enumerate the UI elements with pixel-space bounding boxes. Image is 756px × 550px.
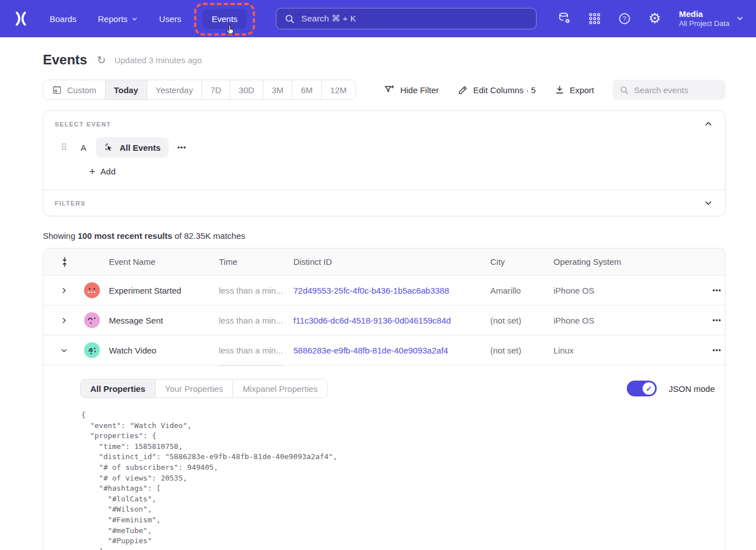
column-header-os: Operating System (553, 257, 672, 267)
time-cell: less than a min... (219, 286, 293, 295)
data-management-icon[interactable] (558, 12, 572, 25)
event-detail-panel: All Properties Your Properties Mixpanel … (43, 365, 725, 550)
event-row-letter: A (81, 143, 86, 152)
date-range-control: Custom Today Yesterday 7D 30D 3M 6M 12M (43, 80, 356, 100)
date-range-6m[interactable]: 6M (292, 80, 321, 99)
chevron-right-icon[interactable] (60, 317, 68, 324)
column-header-distinct-id: Distinct ID (293, 257, 490, 267)
tab-all-properties[interactable]: All Properties (81, 379, 155, 398)
edit-columns-button[interactable]: Edit Columns · 5 (458, 85, 536, 95)
pencil-icon (458, 85, 468, 95)
filters-section[interactable]: FILTERS (43, 190, 725, 216)
download-icon (555, 85, 565, 95)
chevron-down-icon (736, 15, 744, 22)
chevron-down-icon (131, 16, 138, 22)
query-builder-card: SELECT EVENT ⠿ A All Events (43, 110, 726, 216)
sort-updown-icon[interactable] (60, 256, 77, 268)
distinct-id-link[interactable]: 72d49553-25fc-4f0c-b436-1b5ac6ab3388 (293, 286, 449, 295)
filters-label: FILTERS (55, 200, 86, 207)
project-scope: All Project Data (679, 19, 729, 29)
date-range-custom[interactable]: Custom (43, 80, 105, 99)
date-range-12m[interactable]: 12M (321, 80, 355, 99)
global-search[interactable] (276, 8, 537, 29)
help-icon[interactable]: ? (618, 12, 631, 25)
event-json-viewer: { "event": "Watch Video", "properties": … (81, 410, 715, 550)
table-row[interactable]: Experiment Started less than a min... 72… (43, 276, 725, 305)
date-range-30d[interactable]: 30D (230, 80, 263, 99)
nav-item-users[interactable]: Users (159, 14, 181, 24)
apps-grid-icon[interactable] (588, 12, 601, 25)
city-cell: Amarillo (490, 286, 553, 295)
all-events-icon (104, 142, 115, 153)
row-more-icon[interactable]: ••• (672, 346, 722, 354)
json-mode-toggle[interactable]: ✓ (627, 381, 657, 396)
search-events-field[interactable] (613, 80, 726, 100)
nav-item-reports[interactable]: Reports (98, 14, 138, 24)
export-button[interactable]: Export (555, 85, 594, 95)
hide-filter-button[interactable]: Hide Filter (384, 84, 438, 95)
cursor-hand-icon (225, 24, 238, 37)
table-row[interactable]: Message Sent less than a min... f11c30d6… (43, 305, 725, 335)
event-name-cell: Message Sent (109, 316, 219, 325)
top-nav: Boards Reports Users Events (0, 0, 756, 37)
column-header-city: City (490, 257, 553, 267)
calendar-icon (52, 85, 62, 95)
event-name-cell: Watch Video (109, 346, 219, 355)
add-event-button[interactable]: + Add (89, 166, 116, 177)
tab-mixpanel-properties[interactable]: Mixpanel Properties (232, 379, 327, 398)
row-more-icon[interactable]: ••• (672, 286, 722, 294)
os-cell: iPhone OS (553, 286, 672, 295)
tab-your-properties[interactable]: Your Properties (155, 379, 233, 398)
properties-tabs: All Properties Your Properties Mixpanel … (80, 379, 328, 398)
table-row[interactable]: Watch Video less than a min... 5886283e-… (43, 335, 725, 365)
json-mode-label: JSON mode (669, 384, 715, 394)
city-cell: (not set) (490, 316, 553, 325)
page-title: Events (43, 52, 87, 68)
select-event-label: SELECT EVENT (55, 121, 111, 128)
search-icon (284, 14, 295, 24)
city-cell: (not set) (490, 346, 553, 355)
results-summary: Showing 100 most recent results of 82.35… (43, 231, 726, 241)
column-header-event-name: Event Name (109, 257, 219, 267)
collapse-section-chevron-up-icon[interactable] (704, 120, 713, 128)
event-avatar (84, 312, 100, 328)
all-events-selector[interactable]: All Events (96, 137, 169, 158)
updated-timestamp: Updated 3 minutes ago (115, 55, 202, 65)
settings-gear-icon[interactable]: ⚙ (648, 12, 661, 25)
mixpanel-logo[interactable] (12, 10, 29, 27)
more-options-icon[interactable]: ••• (178, 143, 187, 151)
event-avatar (84, 282, 100, 298)
global-search-input[interactable] (301, 14, 528, 24)
project-name: Media (679, 8, 729, 20)
date-range-3m[interactable]: 3M (263, 80, 292, 99)
distinct-id-cell: 72d49553-25fc-4f0c-b436-1b5ac6ab3388 (293, 286, 490, 295)
distinct-id-cell: f11c30d6-dc6d-4518-9136-0d046159c84d (293, 316, 490, 325)
toggle-check-icon: ✓ (643, 382, 655, 395)
time-cell: less than a min... (219, 346, 293, 355)
distinct-id-link[interactable]: f11c30d6-dc6d-4518-9136-0d046159c84d (293, 316, 451, 325)
table-header-row: Event Name Time Distinct ID City Operati… (43, 248, 725, 276)
column-header-time: Time (219, 257, 293, 267)
funnel-icon (384, 84, 395, 95)
event-name-cell: Experiment Started (109, 286, 219, 295)
chevron-right-icon[interactable] (60, 287, 68, 294)
nav-item-boards[interactable]: Boards (50, 14, 77, 24)
distinct-id-link[interactable]: 5886283e-e9fb-48fb-81de-40e9093a2af4 (293, 346, 448, 355)
row-more-icon[interactable]: ••• (672, 316, 722, 324)
events-table: Event Name Time Distinct ID City Operati… (43, 248, 726, 550)
os-cell: iPhone OS (553, 316, 672, 325)
date-range-yesterday[interactable]: Yesterday (147, 80, 201, 99)
distinct-id-cell: 5886283e-e9fb-48fb-81de-40e9093a2af4 (293, 346, 490, 355)
date-range-7d[interactable]: 7D (201, 80, 230, 99)
os-cell: Linux (553, 346, 672, 355)
project-selector[interactable]: Media All Project Data (679, 8, 744, 29)
refresh-icon[interactable]: ↻ (97, 55, 106, 66)
svg-text:?: ? (623, 15, 626, 22)
chevron-down-icon[interactable] (60, 347, 68, 354)
search-events-input[interactable] (634, 85, 719, 95)
expand-section-chevron-down-icon[interactable] (704, 199, 713, 207)
drag-handle-icon[interactable]: ⠿ (61, 142, 67, 152)
search-icon (619, 85, 629, 95)
date-range-today[interactable]: Today (105, 80, 147, 99)
time-cell: less than a min... (219, 316, 293, 325)
